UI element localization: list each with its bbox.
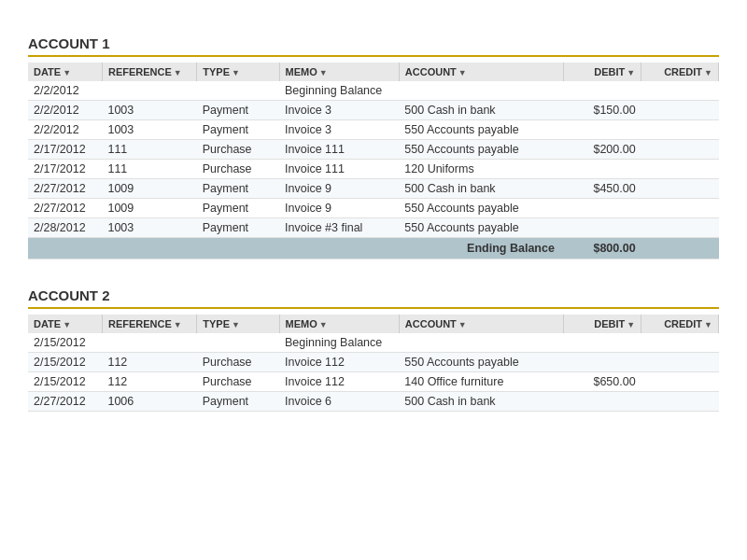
col-header-account[interactable]: ACCOUNT▼ bbox=[399, 63, 564, 81]
ledger-table-2: DATE▼REFERENCE▼TYPE▼MEMO▼ACCOUNT▼DEBIT▼C… bbox=[28, 315, 719, 412]
cell-col-type: Purchase bbox=[197, 140, 279, 160]
col-header-reference[interactable]: REFERENCE▼ bbox=[102, 63, 196, 81]
col-header-credit[interactable]: CREDIT▼ bbox=[641, 63, 719, 81]
cell-col-memo: Invoice 6 bbox=[279, 392, 399, 412]
filter-arrow-icon[interactable]: ▼ bbox=[704, 68, 712, 77]
table-row: 2/2/20121003PaymentInvoice 3550 Accounts… bbox=[28, 120, 719, 140]
account-section-2: ACCOUNT 2DATE▼REFERENCE▼TYPE▼MEMO▼ACCOUN… bbox=[28, 287, 719, 412]
cell-col-account: 500 Cash in bank bbox=[399, 101, 564, 120]
filter-arrow-icon[interactable]: ▼ bbox=[627, 320, 635, 329]
filter-arrow-icon[interactable]: ▼ bbox=[627, 68, 635, 77]
cell-col-ref: 1003 bbox=[102, 120, 196, 140]
cell-col-date: 2/17/2012 bbox=[28, 140, 102, 160]
cell-col-account: 550 Accounts payable bbox=[399, 353, 564, 372]
filter-arrow-icon[interactable]: ▼ bbox=[319, 320, 328, 329]
table-row: 2/27/20121006PaymentInvoice 6500 Cash in… bbox=[28, 392, 719, 412]
filter-arrow-icon[interactable]: ▼ bbox=[232, 68, 240, 77]
cell-col-memo: Invoice #3 final bbox=[279, 218, 399, 238]
table-row: 2/17/2012111PurchaseInvoice 111120 Unifo… bbox=[28, 160, 719, 179]
cell-col-memo: Invoice 3 bbox=[279, 120, 399, 140]
cell-col-account: 550 Accounts payable bbox=[399, 218, 564, 238]
cell-col-account: 550 Accounts payable bbox=[399, 120, 564, 140]
ledger-table-1: DATE▼REFERENCE▼TYPE▼MEMO▼ACCOUNT▼DEBIT▼C… bbox=[28, 63, 719, 259]
cell-col-account: 140 Office furniture bbox=[399, 372, 564, 392]
filter-arrow-icon[interactable]: ▼ bbox=[232, 320, 240, 329]
cell-col-memo: Beginning Balance bbox=[279, 333, 399, 353]
cell-col-date: 2/17/2012 bbox=[28, 160, 102, 179]
col-header-memo[interactable]: MEMO▼ bbox=[279, 63, 399, 81]
cell-col-type bbox=[197, 81, 279, 101]
cell-col-type: Payment bbox=[197, 392, 279, 412]
cell-col-ref bbox=[102, 81, 196, 101]
cell-col-credit bbox=[641, 101, 719, 120]
cell-col-ref: 112 bbox=[102, 353, 196, 372]
filter-arrow-icon[interactable]: ▼ bbox=[704, 320, 712, 329]
col-header-type[interactable]: TYPE▼ bbox=[197, 315, 279, 333]
col-header-account[interactable]: ACCOUNT▼ bbox=[399, 315, 564, 333]
cell-col-ref: 111 bbox=[102, 140, 196, 160]
filter-arrow-icon[interactable]: ▼ bbox=[319, 68, 328, 77]
cell-col-type: Purchase bbox=[197, 160, 279, 179]
account-section-1: ACCOUNT 1DATE▼REFERENCE▼TYPE▼MEMO▼ACCOUN… bbox=[28, 35, 719, 259]
cell-col-debit bbox=[564, 218, 641, 238]
cell-col-date: 2/27/2012 bbox=[28, 392, 102, 412]
ending-balance-credit bbox=[641, 238, 719, 259]
cell-col-debit: $650.00 bbox=[564, 372, 641, 392]
cell-col-account bbox=[399, 333, 564, 353]
col-header-debit[interactable]: DEBIT▼ bbox=[564, 63, 641, 81]
filter-arrow-icon[interactable]: ▼ bbox=[458, 320, 467, 329]
cell-col-ref: 1003 bbox=[102, 218, 196, 238]
account-title-1: ACCOUNT 1 bbox=[28, 35, 719, 57]
cell-col-ref: 111 bbox=[102, 160, 196, 179]
cell-col-credit bbox=[641, 372, 719, 392]
filter-arrow-icon[interactable]: ▼ bbox=[63, 68, 71, 77]
cell-col-credit bbox=[641, 218, 719, 238]
cell-col-type: Purchase bbox=[197, 372, 279, 392]
col-header-memo[interactable]: MEMO▼ bbox=[279, 315, 399, 333]
cell-col-credit bbox=[641, 333, 719, 353]
cell-col-debit bbox=[564, 199, 641, 218]
cell-col-memo: Invoice 112 bbox=[279, 372, 399, 392]
cell-col-debit bbox=[564, 81, 641, 101]
cell-col-debit: $450.00 bbox=[564, 179, 641, 199]
cell-col-ref: 1006 bbox=[102, 392, 196, 412]
cell-col-date: 2/2/2012 bbox=[28, 120, 102, 140]
col-header-date[interactable]: DATE▼ bbox=[28, 63, 102, 81]
cell-col-ref bbox=[102, 333, 196, 353]
cell-col-type: Purchase bbox=[197, 353, 279, 372]
cell-col-account: 550 Accounts payable bbox=[399, 199, 564, 218]
ending-balance-debit: $800.00 bbox=[564, 238, 641, 259]
ending-balance-empty bbox=[28, 238, 399, 259]
ending-balance-row: Ending Balance$800.00 bbox=[28, 238, 719, 259]
filter-arrow-icon[interactable]: ▼ bbox=[174, 68, 182, 77]
account-title-2: ACCOUNT 2 bbox=[28, 287, 719, 309]
cell-col-memo: Invoice 111 bbox=[279, 160, 399, 179]
col-header-reference[interactable]: REFERENCE▼ bbox=[102, 315, 196, 333]
cell-col-type: Payment bbox=[197, 179, 279, 199]
cell-col-credit bbox=[641, 81, 719, 101]
cell-col-credit bbox=[641, 179, 719, 199]
filter-arrow-icon[interactable]: ▼ bbox=[458, 68, 467, 77]
cell-col-date: 2/15/2012 bbox=[28, 353, 102, 372]
cell-col-type: Payment bbox=[197, 101, 279, 120]
table-row: 2/15/2012112PurchaseInvoice 112550 Accou… bbox=[28, 353, 719, 372]
table-row: 2/27/20121009PaymentInvoice 9500 Cash in… bbox=[28, 179, 719, 199]
cell-col-credit bbox=[641, 353, 719, 372]
cell-col-debit bbox=[564, 353, 641, 372]
cell-col-date: 2/2/2012 bbox=[28, 101, 102, 120]
filter-arrow-icon[interactable]: ▼ bbox=[174, 320, 182, 329]
cell-col-credit bbox=[641, 199, 719, 218]
col-header-type[interactable]: TYPE▼ bbox=[197, 63, 279, 81]
cell-col-debit bbox=[564, 392, 641, 412]
cell-col-debit: $150.00 bbox=[564, 101, 641, 120]
table-row: 2/15/2012Beginning Balance bbox=[28, 333, 719, 353]
cell-col-ref: 1009 bbox=[102, 199, 196, 218]
cell-col-ref: 1003 bbox=[102, 101, 196, 120]
col-header-date[interactable]: DATE▼ bbox=[28, 315, 102, 333]
cell-col-type: Payment bbox=[197, 199, 279, 218]
ending-balance-label: Ending Balance bbox=[399, 238, 564, 259]
filter-arrow-icon[interactable]: ▼ bbox=[63, 320, 71, 329]
col-header-debit[interactable]: DEBIT▼ bbox=[564, 315, 641, 333]
table-row: 2/27/20121009PaymentInvoice 9550 Account… bbox=[28, 199, 719, 218]
col-header-credit[interactable]: CREDIT▼ bbox=[641, 315, 719, 333]
